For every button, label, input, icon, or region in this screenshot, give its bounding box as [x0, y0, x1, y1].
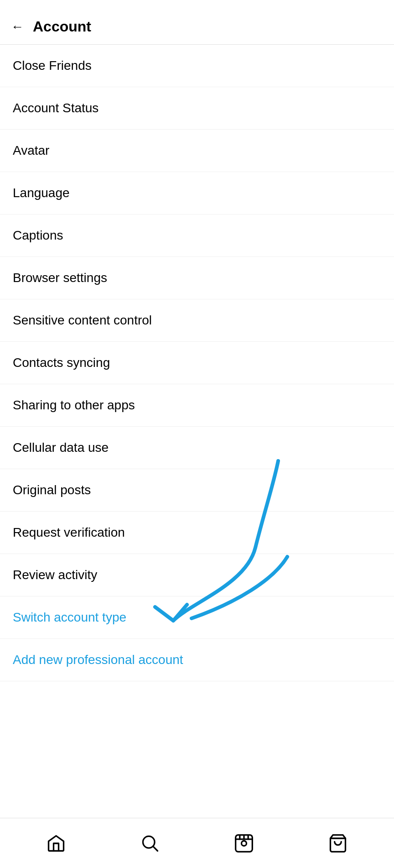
back-button[interactable]: ←: [11, 20, 24, 34]
reels-icon: [234, 833, 254, 853]
menu-item-sharing-to-other-apps[interactable]: Sharing to other apps: [0, 384, 394, 427]
menu-item-cellular-data-use[interactable]: Cellular data use: [0, 427, 394, 469]
menu-item-language[interactable]: Language: [0, 172, 394, 214]
menu-item-original-posts[interactable]: Original posts: [0, 469, 394, 512]
menu-item-sensitive-content[interactable]: Sensitive content control: [0, 299, 394, 342]
menu-item-switch-account-type[interactable]: Switch account type: [0, 596, 394, 639]
menu-item-account-status[interactable]: Account Status: [0, 87, 394, 130]
menu-item-avatar[interactable]: Avatar: [0, 130, 394, 172]
search-icon: [140, 833, 160, 853]
home-icon: [46, 833, 66, 853]
menu-item-close-friends[interactable]: Close Friends: [0, 45, 394, 87]
menu-item-request-verification[interactable]: Request verification: [0, 512, 394, 554]
menu-item-add-professional-account[interactable]: Add new professional account: [0, 639, 394, 681]
menu-item-captions[interactable]: Captions: [0, 214, 394, 257]
search-nav-button[interactable]: [132, 825, 168, 862]
home-nav-button[interactable]: [38, 825, 74, 862]
content-area: Close FriendsAccount StatusAvatarLanguag…: [0, 45, 394, 736]
svg-line-1: [153, 846, 157, 851]
menu-item-browser-settings[interactable]: Browser settings: [0, 257, 394, 299]
svg-point-3: [242, 841, 247, 846]
shop-nav-button[interactable]: [320, 825, 356, 862]
shop-icon: [328, 833, 348, 853]
page-title: Account: [33, 18, 91, 35]
menu-item-contacts-syncing[interactable]: Contacts syncing: [0, 342, 394, 384]
bottom-navigation: [0, 818, 394, 868]
menu-list: Close FriendsAccount StatusAvatarLanguag…: [0, 45, 394, 681]
page-header: ← Account: [0, 0, 394, 45]
menu-item-review-activity[interactable]: Review activity: [0, 554, 394, 596]
reels-nav-button[interactable]: [226, 825, 262, 862]
